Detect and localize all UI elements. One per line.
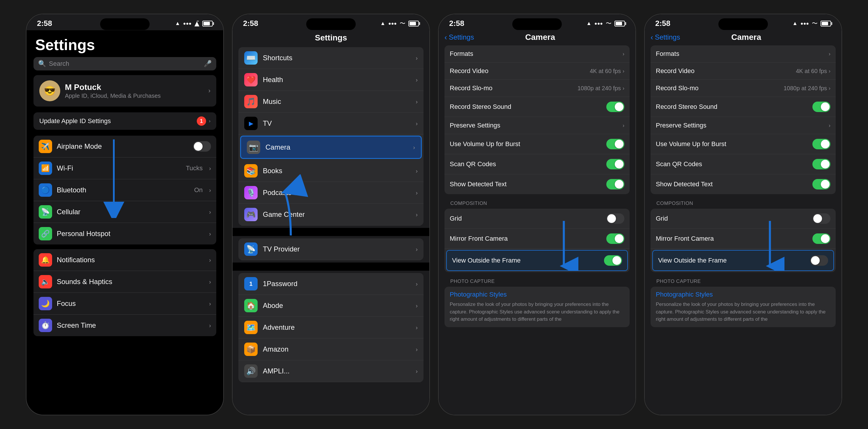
- record-video-label-4: Record Video: [656, 67, 796, 75]
- view-outside-toggle-4[interactable]: [810, 255, 828, 266]
- view-outside-toggle-3[interactable]: [604, 255, 622, 266]
- formats-row-4[interactable]: Formats ›: [651, 45, 836, 63]
- battery-icon-3: [615, 21, 625, 27]
- record-video-row-4[interactable]: Record Video 4K at 60 fps ›: [651, 63, 836, 80]
- preserve-row-3[interactable]: Preserve Settings ›: [444, 117, 630, 134]
- screentime-row[interactable]: ⏱️ Screen Time ›: [33, 315, 216, 336]
- hotspot-row[interactable]: 🔗 Personal Hotspot ›: [33, 223, 216, 244]
- 1password-icon: 1: [244, 277, 258, 290]
- time-3: 2:58: [449, 19, 464, 28]
- volume-burst-row-3[interactable]: Use Volume Up for Burst: [444, 134, 630, 154]
- camera-label: Camera: [266, 143, 408, 151]
- avatar-1: 😎: [39, 80, 60, 101]
- amazon-icon: 📦: [244, 342, 258, 356]
- formats-label-3: Formats: [450, 50, 623, 58]
- view-outside-row-3[interactable]: View Outside the Frame: [446, 250, 628, 271]
- update-banner-1[interactable]: Update Apple ID Settings 1 ›: [33, 112, 216, 130]
- dynamic-island-1: [100, 18, 150, 30]
- record-stereo-row-4[interactable]: Record Stereo Sound: [651, 97, 836, 117]
- record-slomo-row-3[interactable]: Record Slo-mo 1080p at 240 fps ›: [444, 80, 630, 97]
- time-1: 2:58: [37, 19, 52, 28]
- photo-capture-desc-3: Personalize the look of your photos by b…: [450, 302, 619, 322]
- mirror-toggle-3[interactable]: [606, 234, 624, 244]
- abode-row[interactable]: 🏠 Abode ›: [238, 295, 424, 317]
- camera-title-4: Camera: [680, 33, 812, 42]
- screentime-label: Screen Time: [57, 321, 203, 330]
- tvprovider-row[interactable]: 📡 TV Provider ›: [238, 238, 424, 260]
- profile-card-1[interactable]: 😎 M Potuck Apple ID, iCloud, Media & Pur…: [33, 75, 216, 106]
- mirror-row-3[interactable]: Mirror Front Camera: [444, 229, 630, 249]
- preserve-row-4[interactable]: Preserve Settings ›: [651, 117, 836, 134]
- scan-qr-row-4[interactable]: Scan QR Codes: [651, 154, 836, 174]
- nav-back-3[interactable]: ‹ Settings: [444, 33, 474, 42]
- record-slomo-label-4: Record Slo-mo: [656, 84, 783, 92]
- notifications-label: Notifications: [57, 256, 203, 264]
- profile-info-1: M Potuck Apple ID, iCloud, Media & Purch…: [65, 83, 204, 99]
- camera-row-highlighted[interactable]: 📷 Camera ›: [240, 135, 422, 159]
- grid-toggle-4[interactable]: [812, 213, 831, 224]
- search-icon-1: 🔍: [38, 60, 46, 67]
- 1password-chevron: ›: [416, 281, 418, 287]
- grid-row-3[interactable]: Grid: [444, 209, 630, 229]
- scan-qr-label-3: Scan QR Codes: [450, 160, 606, 168]
- record-stereo-toggle-4[interactable]: [812, 101, 831, 112]
- health-row[interactable]: ❤️ Health ›: [238, 69, 424, 91]
- record-video-row-3[interactable]: Record Video 4K at 60 fps ›: [444, 63, 630, 80]
- airplane-mode-toggle[interactable]: [193, 141, 211, 152]
- cellular-row[interactable]: 📡 Cellular ›: [33, 201, 216, 223]
- search-bar-1[interactable]: 🔍 Search 🎤: [33, 57, 216, 70]
- adventure-row[interactable]: 🗺️ Adventure ›: [238, 317, 424, 338]
- record-video-arrow-3: ›: [623, 68, 624, 74]
- view-outside-row-4[interactable]: View Outside the Frame: [652, 250, 834, 271]
- shortcuts-row[interactable]: ⌨️ Shortcuts ›: [238, 47, 424, 69]
- record-stereo-toggle-3[interactable]: [606, 101, 624, 112]
- scan-qr-row-3[interactable]: Scan QR Codes: [444, 154, 630, 174]
- photographic-styles-link-3[interactable]: Photographic Styles: [450, 291, 624, 298]
- show-text-row-3[interactable]: Show Detected Text: [444, 174, 630, 194]
- phone-4-inner: 2:58 ▲ ●●● 〜 ‹ Settings Camera: [645, 14, 841, 415]
- record-slomo-arrow-4: ›: [829, 85, 831, 91]
- phone-1-inner: 2:58 ▲ ●●● ▲̃ Settings 🔍 Search 🎤: [27, 14, 223, 415]
- shortcuts-icon: ⌨️: [244, 51, 258, 65]
- record-stereo-row-3[interactable]: Record Stereo Sound: [444, 97, 630, 117]
- scan-qr-toggle-4[interactable]: [812, 159, 831, 170]
- show-text-toggle-3[interactable]: [606, 179, 624, 189]
- photo-capture-header-3: PHOTO CAPTURE: [439, 274, 636, 287]
- amazon-row[interactable]: 📦 Amazon ›: [238, 338, 424, 360]
- volume-burst-toggle-4[interactable]: [812, 139, 831, 149]
- grid-toggle-3[interactable]: [606, 213, 624, 224]
- grid-row-4[interactable]: Grid: [651, 209, 836, 229]
- show-text-row-4[interactable]: Show Detected Text: [651, 174, 836, 194]
- mirror-row-4[interactable]: Mirror Front Camera: [651, 229, 836, 249]
- battery-icon-2: [408, 21, 419, 27]
- wifi-row[interactable]: 📶 Wi-Fi Tucks ›: [33, 157, 216, 179]
- mirror-toggle-4[interactable]: [812, 234, 831, 244]
- volume-burst-toggle-3[interactable]: [606, 139, 624, 149]
- dynamic-island-4: [718, 18, 768, 30]
- ampli-row[interactable]: 🔊 AMPLI... ›: [238, 360, 424, 382]
- record-slomo-row-4[interactable]: Record Slo-mo 1080p at 240 fps ›: [651, 80, 836, 97]
- podcasts-row[interactable]: 🎙️ Podcasts ›: [238, 182, 424, 204]
- 1password-row[interactable]: 1 1Password ›: [238, 273, 424, 295]
- volume-burst-label-4: Use Volume Up for Burst: [656, 140, 812, 148]
- music-chevron: ›: [416, 98, 418, 105]
- tv-row[interactable]: ▶ TV ›: [238, 113, 424, 134]
- record-video-label-3: Record Video: [450, 67, 590, 75]
- tv-label: TV: [263, 119, 410, 127]
- record-slomo-arrow-3: ›: [623, 85, 624, 91]
- photographic-styles-link-4[interactable]: Photographic Styles: [656, 291, 831, 298]
- show-text-toggle-4[interactable]: [812, 179, 831, 189]
- gamecenter-row[interactable]: 🎮 Game Center ›: [238, 204, 424, 225]
- scan-qr-toggle-3[interactable]: [606, 159, 624, 170]
- notifications-row[interactable]: 🔔 Notifications ›: [33, 249, 216, 271]
- music-row[interactable]: 🎵 Music ›: [238, 91, 424, 113]
- airplane-mode-row[interactable]: ✈️ Airplane Mode: [33, 135, 216, 157]
- sounds-row[interactable]: 🔈 Sounds & Haptics ›: [33, 271, 216, 293]
- nav-back-4[interactable]: ‹ Settings: [651, 33, 680, 42]
- formats-row-3[interactable]: Formats ›: [444, 45, 630, 63]
- cellular-arrow: ›: [209, 209, 211, 215]
- books-row[interactable]: 📚 Books ›: [238, 160, 424, 182]
- volume-burst-row-4[interactable]: Use Volume Up for Burst: [651, 134, 836, 154]
- focus-row[interactable]: 🌙 Focus ›: [33, 293, 216, 315]
- bluetooth-row[interactable]: 🔵 Bluetooth On ›: [33, 179, 216, 201]
